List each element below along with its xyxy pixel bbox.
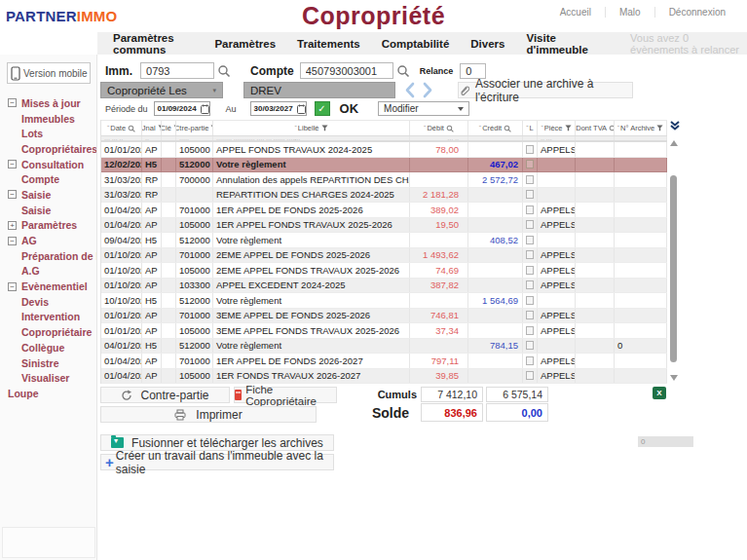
filter-icon[interactable] [654,125,663,131]
compte-search-icon[interactable] [396,64,410,78]
row-checkbox[interactable] [526,280,534,289]
table-row[interactable]: 12/02/2025H5512000Votre règlement467,02 [101,158,667,173]
nav-deconnexion[interactable]: Déconnexion [654,7,739,18]
nav-user-malo[interactable]: Malo [605,7,654,18]
table-row[interactable]: 01/01/2025AP105000APPEL FONDS TRAVAUX 20… [101,142,667,158]
compte-input[interactable] [300,62,393,79]
menu-item-3[interactable]: Comptabilité [382,38,450,50]
periode-to-input[interactable]: 30/03/2027 [250,101,307,116]
table-row[interactable]: 01/01/2026AP7010003EME APPEL DE FONDS 20… [101,309,667,324]
sidebar-item-intervention[interactable]: Intervention [0,310,96,325]
contre-partie-button[interactable]: Contre-partie [100,387,230,403]
sidebar-item-immeubles[interactable]: Immeubles [0,111,96,127]
row-checkbox[interactable] [526,326,534,335]
menu-item-5[interactable]: Visite d'immeuble [526,32,591,56]
row-checkbox[interactable] [526,296,534,305]
confirm-checkbox[interactable]: ✓ [315,101,330,116]
creer-travail-button[interactable]: + Créer un travail dans l'immeuble avec … [100,454,334,470]
modifier-select[interactable]: Modifier [378,101,469,116]
nav-accueil[interactable]: Accueil [546,7,605,18]
search-icon[interactable] [126,125,135,132]
collapse-icon[interactable]: − [8,282,17,291]
collapse-icon[interactable]: − [8,98,17,107]
periode-from-input[interactable]: 01/09/2024 [154,101,210,116]
collapse-icon[interactable]: − [8,237,17,245]
collapse-icon[interactable]: − [8,160,17,168]
scroll-down-arrow[interactable] [670,375,678,381]
row-checkbox[interactable] [526,371,534,380]
column-header-archive[interactable]: ˆN° Archive [615,121,667,135]
column-header-libelle[interactable]: ˆLibellé [213,121,410,135]
table-row[interactable]: 31/03/2025RPREPARTITION DES CHARGES 2024… [101,188,667,204]
collapse-icon[interactable]: − [8,190,17,199]
row-checkbox[interactable] [526,205,534,214]
sidebar-item-ag[interactable]: −AG [0,233,96,248]
table-row[interactable]: 01/10/2025AP103300APPEL EXCEDENT 2024-20… [101,279,667,294]
sidebar-item-compte[interactable]: Compte [0,171,96,187]
imm-search-icon[interactable] [217,64,231,78]
table-row[interactable]: 09/04/2025H5512000Votre règlement408,52 [101,233,667,248]
sidebar-item-saisie[interactable]: −Saisie [0,187,96,203]
table-row[interactable]: 01/01/2026AP1050003EME APPEL FONDS TRAVA… [101,323,667,339]
next-account-icon[interactable] [421,82,434,98]
filter-icon[interactable] [563,125,572,131]
search-icon[interactable] [444,125,454,132]
sidebar-item-sinistre[interactable]: Sinistre [0,355,96,371]
column-header-date[interactable]: ˆDate [101,121,142,135]
row-checkbox[interactable] [526,250,534,259]
sidebar-item-copropri-taires[interactable]: Copropriétaires [0,141,96,157]
sidebar-item-consultation[interactable]: −Consultation [0,157,96,172]
table-row[interactable]: 01/04/2025AP1050001ER APPEL FONDS TRAVAU… [101,218,667,234]
sidebar-item-coll-gue[interactable]: Collègue [0,340,96,355]
associer-archive-button[interactable]: Associer une archive à l'écriture [458,82,633,98]
ok-button[interactable]: OK [340,101,359,116]
filter-icon[interactable] [319,125,328,131]
table-row[interactable]: 01/10/2025AP7010002EME APPEL DE FONDS 20… [101,248,667,264]
column-header-debit[interactable]: ˆDébit [410,121,468,135]
sidebar-item-loupe[interactable]: Loupe [0,386,96,401]
sidebar-item-visualiser[interactable]: Visualiser [0,370,96,386]
sidebar-item-a-g[interactable]: A.G [0,264,96,280]
table-row[interactable]: 10/10/2025H5512000Votre règlement1 564,6… [101,293,667,309]
row-checkbox[interactable] [526,160,534,168]
row-checkbox[interactable] [526,175,534,184]
row-checkbox[interactable] [526,145,534,154]
table-row[interactable]: 01/04/2025AP7010001ER APPEL DE FONDS 202… [101,203,667,218]
sidebar-item-lots[interactable]: Lots [0,126,96,141]
fiche-coproprietaire-button[interactable]: Fiche Copropriétaire [234,387,337,403]
vertical-scrollbar[interactable] [668,136,680,383]
scroll-to-bottom-icon[interactable] [670,117,680,134]
menu-item-4[interactable]: Divers [470,38,504,50]
table-row[interactable]: 01/04/2026AP7010001ER APPEL DE FONDS 202… [101,354,667,369]
sidebar-item-saisie[interactable]: Saisie [0,203,96,218]
calendar-icon[interactable] [201,104,209,114]
row-checkbox[interactable] [526,236,534,244]
sidebar-item-copropri-taire[interactable]: Copropriétaire [0,324,96,340]
column-header-piece[interactable]: ˆPièce [538,121,576,135]
calendar-icon[interactable] [297,104,306,114]
table-row[interactable]: 04/01/2026H5512000Votre règlement784,150 [101,339,667,355]
copropriete-select[interactable]: Copropriété Les ▾ [100,82,223,98]
imm-input[interactable] [140,62,214,79]
menu-item-1[interactable]: Paramètres [214,38,276,50]
scroll-up-arrow[interactable] [670,140,678,146]
column-header-cle[interactable]: ˆClé [162,121,176,135]
search-icon[interactable] [502,125,511,132]
imprimer-button[interactable]: Imprimer [100,406,317,423]
expand-icon[interactable]: + [8,221,17,230]
row-checkbox[interactable] [526,266,534,275]
table-row[interactable]: 31/03/2025RP700000Annulation des appels … [101,172,667,188]
sidebar-item-ev-nementiel[interactable]: −Evènementiel [0,279,96,294]
table-row[interactable]: 01/04/2026AP1050001ER FONDS TRAVAUX 2026… [101,369,667,385]
column-header-l[interactable]: ˆL [523,121,538,135]
sidebar-item-devis[interactable]: Devis [0,294,96,310]
menu-item-0[interactable]: Paramètres communs [113,32,193,56]
sidebar-item-mises-jour[interactable]: −Mises à jour [0,95,96,111]
row-checkbox[interactable] [526,356,534,365]
menu-item-2[interactable]: Traitements [297,38,360,50]
column-header-tva[interactable]: ˆDont TVA [576,121,615,135]
column-header-credit[interactable]: ˆCrédit [468,121,523,135]
version-mobile-button[interactable]: Version mobile [7,62,91,84]
excel-export-icon[interactable]: X [653,387,666,399]
table-row[interactable]: 01/10/2025AP1050002EME APPEL FONDS TRAVA… [101,263,667,279]
